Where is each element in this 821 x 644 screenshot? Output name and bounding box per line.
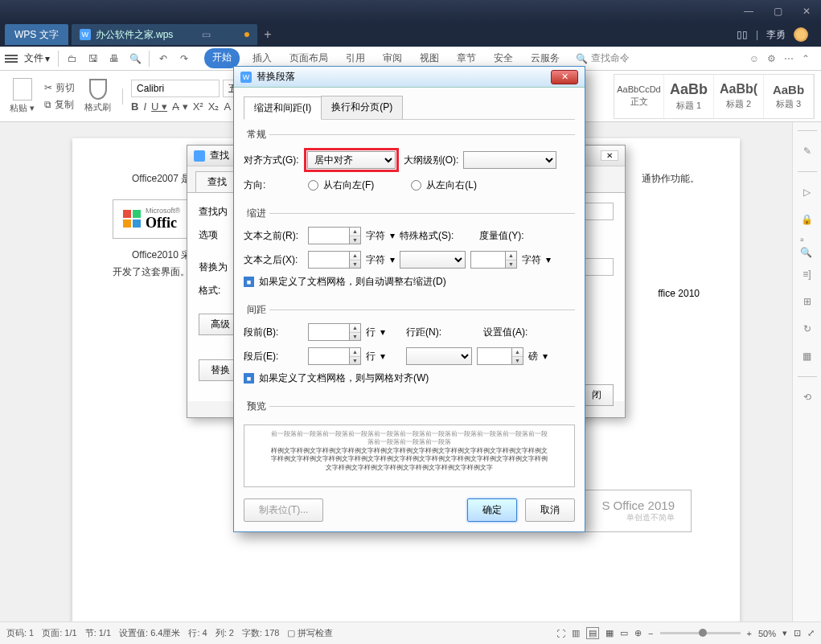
set-value-input[interactable] [477,347,512,365]
expand-icon[interactable]: ⤢ [807,628,815,638]
copy-icon[interactable]: ⧉ [44,99,51,110]
office-logo-box: Microsoft® Offic [113,199,191,239]
measure-spinner[interactable]: ▲▼ [506,251,517,269]
font-family-input[interactable] [131,80,220,97]
window-maximize[interactable]: ▢ [763,0,792,23]
document-tab[interactable]: W 办公软件之家.wps ▭ [72,24,258,45]
rtl-radio[interactable] [308,180,318,191]
status-set[interactable]: 设置值: 6.4厘米 [119,627,180,639]
para-dialog-titlebar[interactable]: W 替换段落 ✕ [234,67,585,88]
search-command[interactable]: 🔍 查找命令 [576,51,630,65]
open-icon[interactable]: 🗀 [64,50,81,68]
paste-icon [13,78,32,100]
menu-icon[interactable] [5,55,18,63]
view-fullscreen-icon[interactable]: ⛶ [556,629,565,638]
auto-adjust-checkbox[interactable]: ■ [244,277,254,287]
zoom-level[interactable]: 50% [758,629,776,638]
office-squares-icon [123,210,141,228]
char-icon[interactable]: ᵃ🔍 [800,240,815,254]
ok-button[interactable]: 确定 [467,498,517,522]
save-icon[interactable]: 🖫 [84,50,102,68]
file-menu[interactable]: 文件▾ [21,51,53,65]
line-spacing-select[interactable] [406,347,472,365]
superscript-button[interactable]: X² [193,100,203,113]
italic-button[interactable]: I [143,100,146,113]
indent-before-spinner[interactable]: ▲▼ [350,227,361,244]
view-page-icon[interactable]: ▤ [586,627,599,639]
smile-icon[interactable]: ☺ [749,53,759,64]
window-minimize[interactable]: — [734,0,763,23]
para-dialog-close[interactable]: ✕ [551,70,578,84]
layout-icon[interactable]: ▯▯ [737,29,748,40]
style-normal[interactable]: AaBbCcDd正文 [614,75,664,118]
style-h1[interactable]: AaBb标题 1 [664,75,714,118]
paste-group[interactable]: 粘贴 ▾ [6,78,38,114]
set-value-spinner[interactable]: ▲▼ [512,347,523,365]
measure-input[interactable] [470,251,506,269]
indent-after-input[interactable] [308,251,350,269]
gear-icon[interactable]: ⚙ [767,53,776,64]
share-icon[interactable]: ⟲ [800,390,815,404]
refresh-icon[interactable]: ↻ [800,322,815,336]
app-tab[interactable]: WPS 文字 [5,24,68,45]
pencil-icon[interactable]: ✎ [800,144,815,158]
status-spell[interactable]: ▢ 拼写检查 [287,627,333,639]
cut-icon[interactable]: ✂ [44,82,52,93]
view-web-icon[interactable]: ▦ [605,628,614,638]
indent-after-spinner[interactable]: ▲▼ [350,251,361,269]
space-before-spinner[interactable]: ▲▼ [350,323,361,341]
lock-icon[interactable]: 🔒 [800,212,815,227]
collapse-ribbon-icon[interactable]: ⌃ [802,53,810,64]
status-words[interactable]: 字数: 178 [242,627,279,639]
status-page[interactable]: 页面: 1/1 [42,627,76,639]
clipboard-sidebar-icon[interactable]: ▦ [800,349,815,363]
undo-icon[interactable]: ↶ [154,50,172,68]
special-indent-select[interactable] [400,251,466,269]
zoom-dropdown[interactable]: ▾ [782,628,787,638]
outline-level-select[interactable] [463,151,556,169]
snap-to-grid-checkbox[interactable]: ■ [244,373,254,384]
status-row[interactable]: 行: 4 [188,627,207,639]
ltr-radio[interactable] [411,180,421,191]
fit-width-icon[interactable]: ⊡ [794,628,801,638]
window-close[interactable]: ✕ [792,0,821,23]
redo-icon[interactable]: ↷ [175,50,193,68]
find-tab[interactable]: 查找 [195,171,239,192]
status-col[interactable]: 列: 2 [216,627,234,639]
indent-before-input[interactable] [308,227,350,244]
alignment-select[interactable]: 居中对齐 [307,151,396,169]
line-page-break-tab[interactable]: 换行和分页(P) [321,96,403,119]
view-read-icon[interactable]: ▭ [620,628,628,638]
space-after-spinner[interactable]: ▲▼ [350,347,361,365]
more-icon[interactable]: ⋯ [784,53,794,64]
add-tab-button[interactable]: + [257,27,277,42]
indent-spacing-tab[interactable]: 缩进和间距(I) [244,96,322,120]
avatar[interactable] [794,27,808,42]
find-dialog-close[interactable]: ✕ [601,150,618,161]
space-before-input[interactable] [308,323,350,341]
user-name[interactable]: 李勇 [766,28,786,42]
cancel-button[interactable]: 取消 [525,498,575,522]
tabs-button[interactable]: 制表位(T)... [244,498,323,522]
strike-button[interactable]: A̶ ▾ [172,100,188,113]
style-h2[interactable]: AaBb(标题 2 [714,75,764,118]
view-outline-icon[interactable]: ▥ [572,628,580,638]
list-icon[interactable]: ≡] [800,267,815,281]
bold-button[interactable]: B [131,100,138,113]
status-section[interactable]: 节: 1/1 [85,627,111,639]
style-h3[interactable]: AaBb标题 3 [764,75,814,118]
subscript-button[interactable]: X₂ [208,100,220,113]
preview-icon[interactable]: 🔍 [126,50,144,68]
status-page-num[interactable]: 页码: 1 [6,627,34,639]
grid-icon[interactable]: ⊞ [800,294,815,309]
underline-button[interactable]: U ▾ [151,100,167,113]
style-gallery[interactable]: AaBbCcDd正文 AaBb标题 1 AaBb(标题 2 AaBb标题 3 [614,74,815,119]
format-painter[interactable]: 格式刷 [81,79,114,113]
print-icon[interactable]: 🖶 [105,50,123,68]
zoom-out-button[interactable]: − [648,629,653,638]
zoom-in-button[interactable]: + [747,629,752,638]
zoom-slider[interactable] [660,632,741,634]
zoom-target-icon[interactable]: ⊕ [634,628,642,638]
select-icon[interactable]: ▷ [800,185,815,199]
space-after-input[interactable] [308,347,350,365]
